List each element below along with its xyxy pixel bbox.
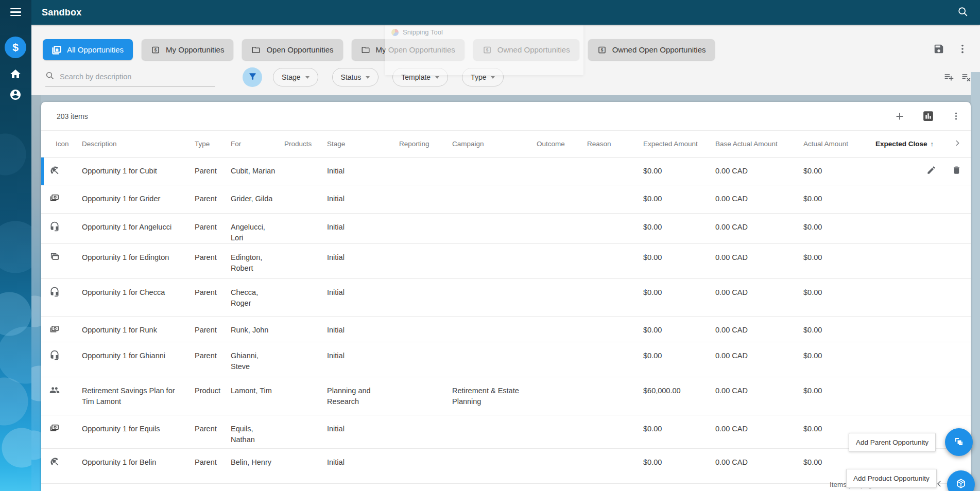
column-label: Type [195,140,210,148]
add-icon[interactable] [894,111,905,122]
column-header-products[interactable]: Products [284,140,327,148]
cell-type: Parent [195,185,231,204]
table-row[interactable]: Opportunity 1 for GriderParentGrider, Gi… [41,185,971,214]
dollar-box-icon: $ [151,45,160,55]
cell-expected-close [875,244,971,252]
cell-description: Opportunity 1 for Ghianni [82,342,195,361]
table-row[interactable]: Opportunity 1 for RunkParentRunk, JohnIn… [41,317,971,342]
view-chip-my-opportunities[interactable]: $My Opportunities [142,39,233,60]
sidebar-item-profile[interactable] [5,85,26,107]
column-header-expected-close[interactable]: Expected Close↑ [875,139,971,149]
cell-description: Opportunity 1 for Checca [82,279,195,298]
column-label: Reporting [399,140,429,148]
cell-description: Retirement Savings Plan for Tim Lamont [82,377,195,407]
search-icon[interactable] [957,6,970,19]
chevron-down-icon [305,76,310,79]
cell-expected-close [875,185,971,194]
sidebar-item-home[interactable] [5,64,26,86]
chart-icon[interactable] [922,110,935,122]
column-header-for[interactable]: For [231,140,284,148]
save-icon[interactable] [933,43,944,55]
chevron-down-icon [366,76,370,79]
playlist-add-icon[interactable] [943,72,954,82]
table-row[interactable]: Opportunity 1 for GhianniParentGhianni, … [41,342,971,377]
cell-base-actual-amount: 0.00 CAD [715,317,803,336]
view-chips: All Opportunities$My OpportunitiesOpen O… [43,39,715,60]
tooltip-add-product: Add Product Opportunity [846,469,937,488]
cell-actual-amount: $0.00 [803,214,875,233]
dropdown-template[interactable]: Template [392,68,448,86]
cell-products [284,377,327,385]
table-row[interactable]: Opportunity 1 for EdingtonParentEdington… [41,244,971,279]
dropdown-label: Status [341,73,362,81]
cell-reason [587,377,643,385]
view-chip-owned-open-opportunities[interactable]: $Owned Open Opportunities [588,39,715,60]
table-row[interactable]: Retirement Savings Plan for Tim LamontPr… [41,377,971,415]
column-header-actual-amount[interactable]: Actual Amount [803,140,875,148]
column-header-icon[interactable]: Icon [41,140,82,148]
chip-label: My Open Opportunities [376,45,455,54]
cell-reporting [399,185,452,194]
kebab-icon[interactable] [951,111,961,121]
dropdown-status[interactable]: Status [332,68,379,86]
table-row[interactable]: Opportunity 1 for AngelucciParentAngeluc… [41,214,971,244]
cell-stage: Initial [327,317,399,336]
view-chip-my-open-opportunities[interactable]: My Open Opportunities [352,39,465,60]
dropdown-type[interactable]: Type [462,68,504,86]
view-chip-owned-opportunities[interactable]: $Owned Opportunities [473,39,579,60]
beach-icon [49,460,60,468]
cell-expected-close [875,214,971,222]
column-header-campaign[interactable]: Campaign [452,140,537,148]
chevron-right-icon[interactable] [953,139,961,149]
table-row[interactable]: Opportunity 1 for EquilsParentEquils, Na… [41,415,971,449]
column-header-expected-amount[interactable]: Expected Amount [643,140,715,148]
kebab-icon[interactable] [957,43,968,55]
stack-icon [52,45,61,55]
cell-expected-amount: $0.00 [643,449,715,468]
cell-reason [587,157,643,166]
scrollbar[interactable] [971,72,980,491]
row-type-icon-cell [41,449,82,470]
search-input[interactable] [60,73,215,81]
column-header-type[interactable]: Type [195,140,231,148]
column-header-outcome[interactable]: Outcome [537,140,587,148]
cell-reason [587,449,643,457]
delete-icon[interactable] [952,165,961,175]
cell-expected-amount: $0.00 [643,279,715,298]
column-header-base-actual-amount[interactable]: Base Actual Amount [715,140,803,148]
sidebar-item-opportunities[interactable]: $ [5,37,26,58]
view-chip-all-opportunities[interactable]: All Opportunities [43,39,133,60]
cell-base-actual-amount: 0.00 CAD [715,279,803,298]
column-header-reporting[interactable]: Reporting [399,140,452,148]
add-parent-opportunity-button[interactable] [945,428,973,456]
dropdown-stage[interactable]: Stage [273,68,318,86]
cell-description: Opportunity 1 for Cubit [82,157,195,177]
view-chip-open-opportunities[interactable]: Open Opportunities [242,39,342,60]
cell-campaign [452,185,537,194]
column-header-reason[interactable]: Reason [587,140,643,148]
cell-reason [587,244,643,252]
hamburger-icon[interactable] [10,8,21,16]
column-header-stage[interactable]: Stage [327,140,399,148]
row-type-icon-cell [41,342,82,363]
table-row[interactable]: Opportunity 1 for CubitParentCubit, Mari… [41,157,971,185]
table-row[interactable]: Opportunity 1 for BelinParentBelin, Henr… [41,449,971,484]
column-label: Stage [327,140,345,148]
cell-description: Opportunity 1 for Runk [82,317,195,336]
cell-campaign [452,244,537,252]
playlist-remove-icon[interactable] [961,72,972,82]
column-label: Description [82,140,117,148]
cell-expected-close [875,279,971,287]
table-toolbar: 203 items [41,102,971,130]
cell-for: Grider, Gilda [231,185,284,204]
folder-icon [361,45,370,55]
cell-campaign: Retirement & Estate Planning [452,377,537,407]
filter-button[interactable] [243,67,262,87]
column-header-description[interactable]: Description [82,140,195,148]
cell-stage: Initial [327,185,399,204]
column-label: Expected Amount [643,140,698,148]
cell-products [284,342,327,350]
cell-base-actual-amount: 0.00 CAD [715,342,803,361]
edit-icon[interactable] [926,165,936,175]
table-row[interactable]: Opportunity 1 for CheccaParentChecca, Ro… [41,279,971,317]
